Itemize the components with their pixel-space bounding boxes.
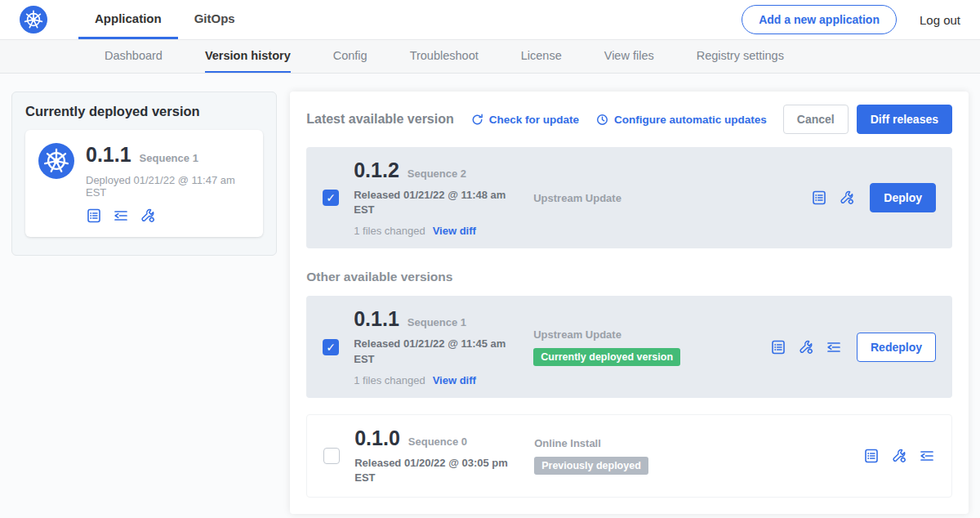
version-checkbox-0-1-2[interactable]: [323, 190, 339, 206]
version-history-panel: Latest available version Check for updat…: [290, 92, 969, 514]
edit-config-icon[interactable]: [140, 208, 156, 224]
cancel-button[interactable]: Cancel: [783, 105, 849, 134]
deployed-action-icons: [86, 208, 250, 224]
version-number: 0.1.2: [354, 159, 399, 182]
files-changed-label: 1 files changed: [354, 225, 425, 237]
version-row-0-1-0: 0.1.0 Sequence 0 Released 01/20/22 @ 03:…: [306, 414, 952, 498]
version-source-0-1-1: Upstream Update Currently deployed versi…: [533, 328, 755, 366]
released-timestamp: Released 01/21/22 @ 11:48 am EST: [354, 188, 507, 217]
version-row-0-1-2: 0.1.2 Sequence 2 Released 01/21/22 @ 11:…: [306, 147, 952, 248]
released-timestamp: Released 01/21/22 @ 11:45 am EST: [354, 337, 507, 366]
source-label: Upstream Update: [533, 328, 621, 341]
kubernetes-app-icon: [38, 143, 74, 179]
subnav-item-dashboard[interactable]: Dashboard: [105, 40, 163, 73]
currently-deployed-title: Currently deployed version: [25, 104, 263, 119]
edit-config-icon[interactable]: [839, 190, 855, 206]
subnav-label-troubleshoot: Troubleshoot: [410, 49, 479, 62]
configure-automatic-updates-label: Configure automatic updates: [614, 114, 767, 126]
app-subnav: Dashboard Version history Config Trouble…: [0, 40, 980, 74]
subnav-item-version-history[interactable]: Version history: [205, 40, 291, 73]
subnav-item-registry-settings[interactable]: Registry settings: [697, 40, 784, 73]
version-checkbox-0-1-1[interactable]: [323, 339, 339, 355]
diff-icon[interactable]: [826, 339, 842, 355]
version-source-0-1-0: Online Install Previously deployed: [534, 437, 849, 475]
tab-application-label: Application: [95, 11, 162, 25]
sequence-label: Sequence 0: [408, 435, 467, 448]
diff-actions: Cancel Diff releases: [783, 105, 952, 134]
released-timestamp: Released 01/20/22 @ 03:05 pm EST: [354, 456, 508, 485]
subnav-item-config[interactable]: Config: [333, 40, 368, 73]
release-notes-icon[interactable]: [770, 339, 786, 355]
check-for-update-link[interactable]: Check for update: [470, 113, 579, 127]
subnav-label-view-files: View files: [604, 49, 654, 62]
top-tabs: Application GitOps: [78, 0, 252, 39]
deployed-version-number: 0.1.1: [86, 143, 131, 167]
deployed-version-card: 0.1.1 Sequence 1 Deployed 01/21/22 @ 11:…: [25, 130, 263, 237]
tab-gitops-label: GitOps: [194, 11, 235, 25]
other-versions-title: Other available versions: [306, 270, 952, 284]
diff-icon[interactable]: [113, 208, 129, 224]
main-content: Currently deployed version 0.1.1 Sequenc…: [0, 74, 980, 518]
top-bar: Application GitOps Add a new application…: [0, 0, 980, 40]
refresh-icon: [470, 113, 484, 127]
row-icons-0-1-0: [863, 448, 935, 464]
version-source-0-1-2: Upstream Update: [533, 192, 796, 204]
deploy-button[interactable]: Deploy: [870, 183, 936, 212]
diff-releases-button[interactable]: Diff releases: [857, 105, 952, 134]
subnav-label-dashboard: Dashboard: [105, 49, 163, 62]
version-info-0-1-0: 0.1.0 Sequence 0 Released 01/20/22 @ 03:…: [354, 426, 519, 485]
sequence-label: Sequence 2: [408, 167, 466, 180]
check-for-update-label: Check for update: [489, 114, 579, 126]
version-number: 0.1.0: [354, 426, 400, 450]
source-label: Online Install: [534, 437, 601, 449]
release-notes-icon[interactable]: [86, 208, 102, 224]
view-diff-link[interactable]: View diff: [433, 374, 476, 386]
logout-link[interactable]: Log out: [920, 13, 960, 27]
source-label: Upstream Update: [533, 192, 621, 204]
add-new-application-button[interactable]: Add a new application: [742, 5, 897, 34]
release-notes-icon[interactable]: [863, 448, 880, 464]
clock-icon: [595, 113, 609, 127]
subnav-label-registry-settings: Registry settings: [697, 49, 784, 62]
previously-deployed-badge: Previously deployed: [534, 457, 648, 475]
subnav-item-view-files[interactable]: View files: [604, 40, 654, 73]
deployed-timestamp: Deployed 01/21/22 @ 11:47 am EST: [86, 174, 250, 199]
kubernetes-logo-icon: [20, 6, 47, 33]
version-checkbox-0-1-0[interactable]: [323, 448, 340, 464]
latest-version-header: Latest available version Check for updat…: [306, 105, 952, 134]
tab-gitops[interactable]: GitOps: [178, 0, 252, 39]
release-notes-icon[interactable]: [811, 190, 827, 206]
diff-icon[interactable]: [919, 448, 935, 464]
view-diff-link[interactable]: View diff: [433, 225, 476, 237]
subnav-label-config: Config: [333, 49, 368, 62]
deployed-version-details: 0.1.1 Sequence 1 Deployed 01/21/22 @ 11:…: [86, 143, 250, 224]
version-number: 0.1.1: [354, 307, 399, 331]
redeploy-button[interactable]: Redeploy: [857, 333, 936, 362]
version-info-0-1-1: 0.1.1 Sequence 1 Released 01/21/22 @ 11:…: [354, 307, 519, 386]
version-info-0-1-2: 0.1.2 Sequence 2 Released 01/21/22 @ 11:…: [354, 159, 519, 237]
latest-available-title: Latest available version: [306, 112, 454, 127]
subnav-item-license[interactable]: License: [521, 40, 562, 73]
currently-deployed-card: Currently deployed version 0.1.1 Sequenc…: [11, 92, 277, 256]
tab-application[interactable]: Application: [78, 0, 178, 39]
subnav-label-version-history: Version history: [205, 49, 291, 62]
edit-config-icon[interactable]: [891, 448, 907, 464]
row-icons-0-1-1: Redeploy: [770, 333, 936, 362]
files-changed-label: 1 files changed: [354, 374, 425, 386]
sequence-label: Sequence 1: [408, 316, 466, 328]
edit-config-icon[interactable]: [798, 339, 814, 355]
version-row-0-1-1: 0.1.1 Sequence 1 Released 01/21/22 @ 11:…: [306, 296, 952, 397]
subnav-label-license: License: [521, 49, 562, 62]
configure-automatic-updates-link[interactable]: Configure automatic updates: [595, 113, 767, 127]
currently-deployed-badge: Currently deployed version: [533, 348, 680, 366]
topbar-right: Add a new application Log out: [742, 0, 960, 39]
subnav-item-troubleshoot[interactable]: Troubleshoot: [410, 40, 479, 73]
row-icons-0-1-2: Deploy: [811, 183, 936, 212]
deployed-sequence-label: Sequence 1: [140, 152, 198, 164]
